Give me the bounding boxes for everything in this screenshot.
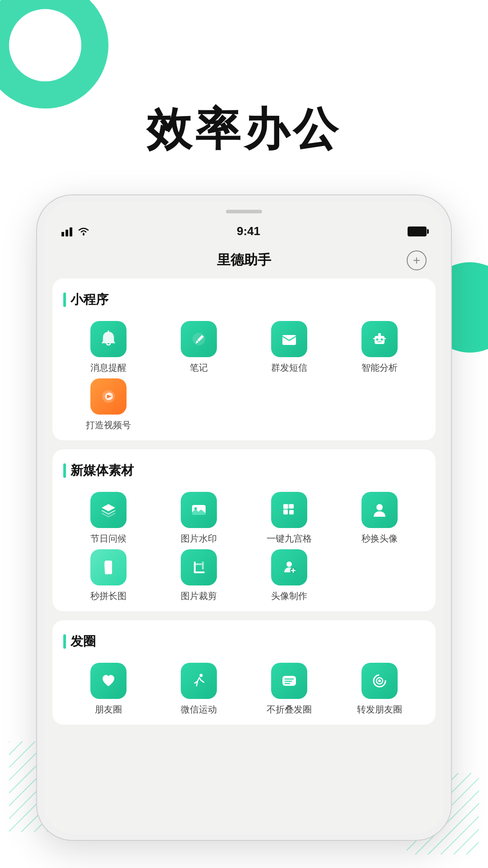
holiday-greet-label: 节日问候 — [90, 533, 127, 545]
refresh-icon — [370, 671, 389, 690]
svg-point-13 — [376, 339, 379, 341]
svg-point-40 — [200, 674, 203, 677]
title-bar-new-media — [63, 463, 66, 478]
add-button[interactable]: + — [407, 250, 427, 270]
no-fold-icon-box — [271, 663, 307, 699]
section-title-mini-programs: 小程序 — [63, 291, 425, 308]
nine-grid-icon-box — [271, 492, 307, 528]
svg-point-29 — [376, 504, 383, 510]
svg-rect-34 — [202, 561, 204, 570]
mini-programs-grid: 消息提醒 笔记 — [63, 321, 425, 431]
svg-point-7 — [83, 234, 84, 236]
section-title-moments: 发圈 — [63, 633, 425, 650]
svg-rect-28 — [283, 507, 288, 512]
svg-rect-16 — [378, 333, 381, 336]
msg-reminder-icon-box — [90, 321, 127, 357]
svg-rect-33 — [194, 571, 205, 573]
icon-item-watermark[interactable]: 图片水印 — [154, 492, 244, 545]
avatar-swap-label: 秒换头像 — [361, 533, 398, 545]
status-bar: 9:41 — [43, 202, 445, 244]
wechat-sport-label: 微信运动 — [181, 703, 217, 716]
smart-analysis-label: 智能分析 — [361, 362, 398, 374]
crop-icon — [189, 558, 208, 577]
phone-inner: 9:41 里德助手 + 小程序 — [43, 202, 445, 834]
notes-label: 笔记 — [190, 362, 208, 374]
avatar-make-icon-box — [271, 549, 307, 585]
svg-point-36 — [286, 561, 292, 567]
status-right — [408, 226, 427, 236]
new-media-grid: 节日问候 图片水印 — [63, 492, 425, 602]
icon-item-no-fold[interactable]: 不折叠发圈 — [244, 663, 334, 716]
heart-icon — [99, 671, 118, 690]
title-bar-moments — [63, 634, 66, 649]
video-icon — [99, 387, 118, 406]
svg-rect-5 — [66, 230, 68, 236]
msg-reminder-label: 消息提醒 — [90, 362, 127, 374]
icon-item-group-sms[interactable]: 群发短信 — [244, 321, 334, 374]
app-header-title: 里德助手 — [217, 251, 271, 269]
avatar-make-icon — [280, 558, 299, 577]
forward-friends-label: 转发朋友圈 — [357, 703, 402, 716]
icon-item-crop[interactable]: 图片裁剪 — [154, 549, 244, 602]
pencil-icon — [189, 330, 208, 349]
icon-item-avatar-make[interactable]: 头像制作 — [244, 549, 334, 602]
signal-icon — [61, 226, 74, 236]
icon-item-forward-friends[interactable]: 转发朋友圈 — [334, 663, 425, 716]
phone-content[interactable]: 小程序 消息提醒 — [43, 278, 445, 834]
bg-decoration-circle-top-left — [0, 0, 108, 108]
group-sms-label: 群发短信 — [271, 362, 307, 374]
section-moments: 发圈 朋友圈 — [52, 620, 436, 725]
svg-point-47 — [378, 679, 381, 682]
phone-mockup: 9:41 里德助手 + 小程序 — [36, 194, 452, 841]
robot-icon — [370, 330, 389, 349]
svg-point-14 — [381, 339, 383, 341]
icon-item-long-image[interactable]: 秒拼长图 — [63, 549, 154, 602]
main-title: 效率办公 — [0, 99, 488, 160]
avatar-swap-icon-box — [361, 492, 398, 528]
notes-icon-box — [181, 321, 217, 357]
bell-icon — [99, 330, 118, 349]
nine-grid-label: 一键九宫格 — [267, 533, 312, 545]
run-icon — [189, 671, 208, 690]
layers-icon — [99, 500, 118, 519]
wifi-icon — [78, 227, 89, 236]
icon-item-avatar-swap[interactable]: 秒换头像 — [334, 492, 425, 545]
icon-item-nine-grid[interactable]: 一键九宫格 — [244, 492, 334, 545]
friends-circle-icon-box — [90, 663, 127, 699]
svg-rect-26 — [289, 510, 294, 514]
long-image-label: 秒拼长图 — [90, 590, 127, 602]
video-account-label: 打造视频号 — [86, 419, 131, 431]
mail-icon — [280, 330, 299, 349]
svg-rect-35 — [194, 563, 202, 565]
chat-icon — [280, 671, 299, 690]
video-account-icon-box — [90, 378, 127, 415]
friends-circle-label: 朋友圈 — [95, 703, 122, 716]
crop-label: 图片裁剪 — [181, 590, 217, 602]
watermark-label: 图片水印 — [181, 533, 217, 545]
person-icon — [370, 500, 389, 519]
smart-analysis-icon-box — [361, 321, 398, 357]
icon-item-wechat-sport[interactable]: 微信运动 — [154, 663, 244, 716]
icon-item-notes[interactable]: 笔记 — [154, 321, 244, 374]
title-bar-decoration — [63, 292, 66, 307]
svg-rect-31 — [104, 561, 112, 575]
crop-icon-box — [181, 549, 217, 585]
section-new-media: 新媒体素材 节日问候 — [52, 449, 436, 611]
icon-item-video-account[interactable]: 打造视频号 — [63, 378, 154, 431]
long-image-icon — [99, 558, 118, 577]
image-icon — [189, 500, 208, 519]
app-header: 里德助手 + — [43, 244, 445, 278]
svg-rect-4 — [61, 232, 64, 236]
icon-item-msg-reminder[interactable]: 消息提醒 — [63, 321, 154, 374]
icon-item-holiday-greet[interactable]: 节日问候 — [63, 492, 154, 545]
battery-icon — [408, 226, 427, 236]
no-fold-label: 不折叠发圈 — [267, 703, 312, 716]
long-image-icon-box — [90, 549, 127, 585]
svg-rect-6 — [70, 227, 72, 236]
status-time: 9:41 — [237, 224, 260, 238]
icon-item-friends-circle[interactable]: 朋友圈 — [63, 663, 154, 716]
avatar-make-label: 头像制作 — [271, 590, 307, 602]
watermark-icon-box — [181, 492, 217, 528]
icon-item-smart-analysis[interactable]: 智能分析 — [334, 321, 425, 374]
moments-grid: 朋友圈 微信运动 — [63, 663, 425, 716]
